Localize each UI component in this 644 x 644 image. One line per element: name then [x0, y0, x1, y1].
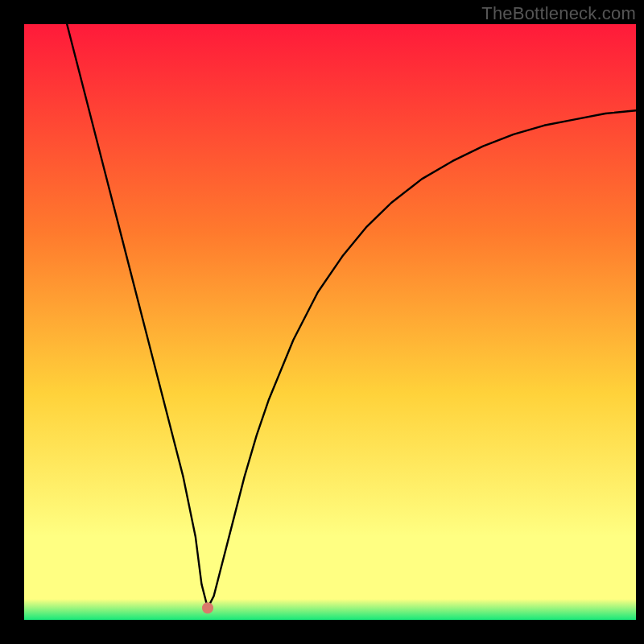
- min-marker: [202, 602, 213, 613]
- plot-area: [24, 24, 636, 620]
- bottleneck-chart: [0, 0, 644, 644]
- chart-container: TheBottleneck.com: [0, 0, 644, 644]
